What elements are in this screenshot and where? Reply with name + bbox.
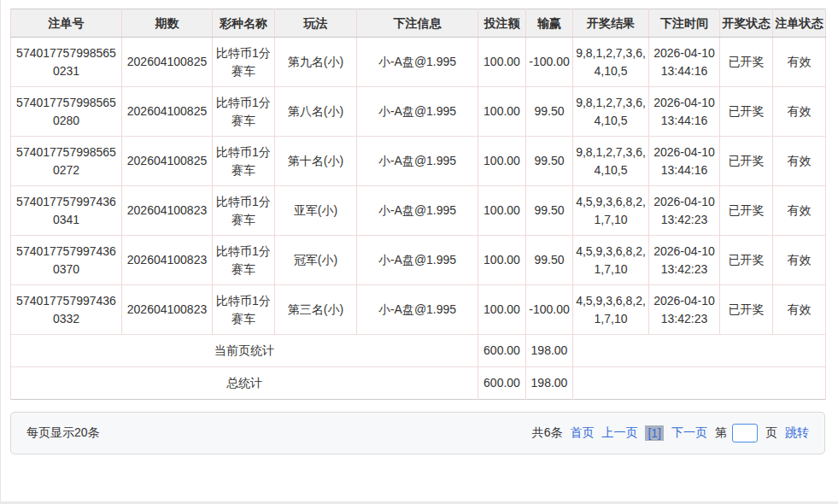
cell-amount: 100.00 — [478, 87, 526, 137]
col-header-bet-status: 注单状态 — [773, 9, 826, 38]
col-header-bet-info: 下注信息 — [357, 9, 478, 38]
bet-records-page: 注单号 期数 彩种名称 玩法 下注信息 投注额 输赢 开奖结果 下注时间 开奖状… — [0, 0, 838, 504]
table-row: 5740177579974360332 202604100823 比特币1分赛车… — [11, 285, 826, 335]
cell-amount: 100.00 — [478, 186, 526, 236]
jump-link[interactable]: 跳转 — [785, 425, 809, 441]
cell-win-loss: -100.00 — [526, 38, 573, 87]
cell-bet-id: 5740177579985650231 — [11, 38, 122, 87]
cell-win-loss: -100.00 — [526, 285, 573, 335]
cell-result: 9,8,1,2,7,3,6,4,10,5 — [573, 137, 649, 186]
cell-period: 202604100825 — [122, 137, 213, 186]
cell-bet-info: 小-A盘@1.995 — [357, 38, 478, 87]
cell-bet-status: 有效 — [773, 285, 826, 335]
cell-lottery: 比特币1分赛车 — [213, 186, 275, 236]
cell-bet-status: 有效 — [773, 137, 826, 186]
cell-period: 202604100825 — [122, 87, 213, 137]
cell-result: 9,8,1,2,7,3,6,4,10,5 — [573, 87, 649, 137]
pagination-bar: 每页显示20条 共6条 首页 上一页 [1] 下一页 第 页 跳转 — [10, 412, 825, 454]
pagination-controls: 共6条 首页 上一页 [1] 下一页 第 页 跳转 — [532, 424, 809, 442]
cell-result: 4,5,9,3,6,8,2,1,7,10 — [573, 236, 649, 285]
cell-play: 第八名(小) — [275, 87, 357, 137]
cell-bet-time: 2026-04-10 13:44:16 — [649, 87, 720, 137]
total-summary-amount: 600.00 — [478, 367, 526, 400]
col-header-result: 开奖结果 — [573, 9, 649, 38]
col-header-period: 期数 — [122, 9, 213, 38]
cell-bet-info: 小-A盘@1.995 — [357, 236, 478, 285]
cell-win-loss: 99.50 — [526, 87, 573, 137]
page-summary-empty — [573, 335, 826, 367]
prev-page-link[interactable]: 上一页 — [601, 425, 637, 441]
page-summary-label: 当前页统计 — [11, 335, 478, 367]
cell-period: 202604100823 — [122, 236, 213, 285]
total-summary-label: 总统计 — [11, 367, 478, 400]
col-header-lottery: 彩种名称 — [213, 9, 275, 38]
table-row: 5740177579974360370 202604100823 比特币1分赛车… — [11, 236, 826, 285]
cell-draw-status: 已开奖 — [720, 186, 773, 236]
cell-bet-time: 2026-04-10 13:42:23 — [649, 236, 720, 285]
table-row: 5740177579985650272 202604100825 比特币1分赛车… — [11, 137, 826, 186]
cell-win-loss: 99.50 — [526, 186, 573, 236]
cell-amount: 100.00 — [478, 285, 526, 335]
cell-play: 冠军(小) — [275, 236, 357, 285]
cell-bet-id: 5740177579974360370 — [11, 236, 122, 285]
table-header-row: 注单号 期数 彩种名称 玩法 下注信息 投注额 输赢 开奖结果 下注时间 开奖状… — [11, 9, 826, 38]
cell-bet-time: 2026-04-10 13:42:23 — [649, 186, 720, 236]
cell-period: 202604100823 — [122, 285, 213, 335]
cell-bet-id: 5740177579985650272 — [11, 137, 122, 186]
total-summary-empty — [573, 367, 826, 400]
cell-bet-info: 小-A盘@1.995 — [357, 137, 478, 186]
cell-lottery: 比特币1分赛车 — [213, 38, 275, 87]
cell-amount: 100.00 — [478, 137, 526, 186]
cell-bet-status: 有效 — [773, 38, 826, 87]
cell-play: 第三名(小) — [275, 285, 357, 335]
cell-period: 202604100823 — [122, 186, 213, 236]
first-page-link[interactable]: 首页 — [570, 425, 594, 441]
cell-play: 亚军(小) — [275, 186, 357, 236]
col-header-play: 玩法 — [275, 9, 357, 38]
page-summary-win-loss: 198.00 — [526, 335, 573, 367]
cell-win-loss: 99.50 — [526, 137, 573, 186]
cell-lottery: 比特币1分赛车 — [213, 87, 275, 137]
cell-bet-status: 有效 — [773, 186, 826, 236]
col-header-win-loss: 输赢 — [526, 9, 573, 38]
cell-draw-status: 已开奖 — [720, 236, 773, 285]
table-row: 5740177579974360341 202604100823 比特币1分赛车… — [11, 186, 826, 236]
bet-records-table: 注单号 期数 彩种名称 玩法 下注信息 投注额 输赢 开奖结果 下注时间 开奖状… — [10, 9, 826, 400]
next-page-link[interactable]: 下一页 — [671, 425, 707, 441]
page-number-input[interactable] — [732, 424, 758, 442]
cell-lottery: 比特币1分赛车 — [213, 285, 275, 335]
current-page-indicator[interactable]: [1] — [645, 425, 664, 441]
table-row: 5740177579985650280 202604100825 比特币1分赛车… — [11, 87, 826, 137]
page-input-suffix: 页 — [765, 425, 777, 441]
cell-bet-id: 5740177579985650280 — [11, 87, 122, 137]
cell-play: 第九名(小) — [275, 38, 357, 87]
page-summary-row: 当前页统计 600.00 198.00 — [11, 335, 826, 367]
col-header-bet-time: 下注时间 — [649, 9, 720, 38]
cell-bet-info: 小-A盘@1.995 — [357, 186, 478, 236]
cell-result: 9,8,1,2,7,3,6,4,10,5 — [573, 38, 649, 87]
cell-amount: 100.00 — [478, 38, 526, 87]
cell-draw-status: 已开奖 — [720, 87, 773, 137]
cell-bet-info: 小-A盘@1.995 — [357, 87, 478, 137]
cell-lottery: 比特币1分赛车 — [213, 137, 275, 186]
cell-draw-status: 已开奖 — [720, 285, 773, 335]
cell-draw-status: 已开奖 — [720, 137, 773, 186]
cell-result: 4,5,9,3,6,8,2,1,7,10 — [573, 285, 649, 335]
cell-bet-id: 5740177579974360341 — [11, 186, 122, 236]
cell-lottery: 比特币1分赛车 — [213, 236, 275, 285]
total-count-label: 共6条 — [532, 425, 563, 441]
cell-draw-status: 已开奖 — [720, 38, 773, 87]
cell-play: 第十名(小) — [275, 137, 357, 186]
cell-period: 202604100825 — [122, 38, 213, 87]
cell-amount: 100.00 — [478, 236, 526, 285]
col-header-amount: 投注额 — [478, 9, 526, 38]
cell-win-loss: 99.50 — [526, 236, 573, 285]
cell-bet-status: 有效 — [773, 236, 826, 285]
cell-bet-time: 2026-04-10 13:44:16 — [649, 38, 720, 87]
cell-bet-time: 2026-04-10 13:44:16 — [649, 137, 720, 186]
cell-bet-id: 5740177579974360332 — [11, 285, 122, 335]
per-page-label: 每页显示20条 — [26, 425, 100, 441]
page-input-prefix: 第 — [715, 425, 727, 441]
cell-bet-time: 2026-04-10 13:42:23 — [649, 285, 720, 335]
total-summary-row: 总统计 600.00 198.00 — [11, 367, 826, 400]
